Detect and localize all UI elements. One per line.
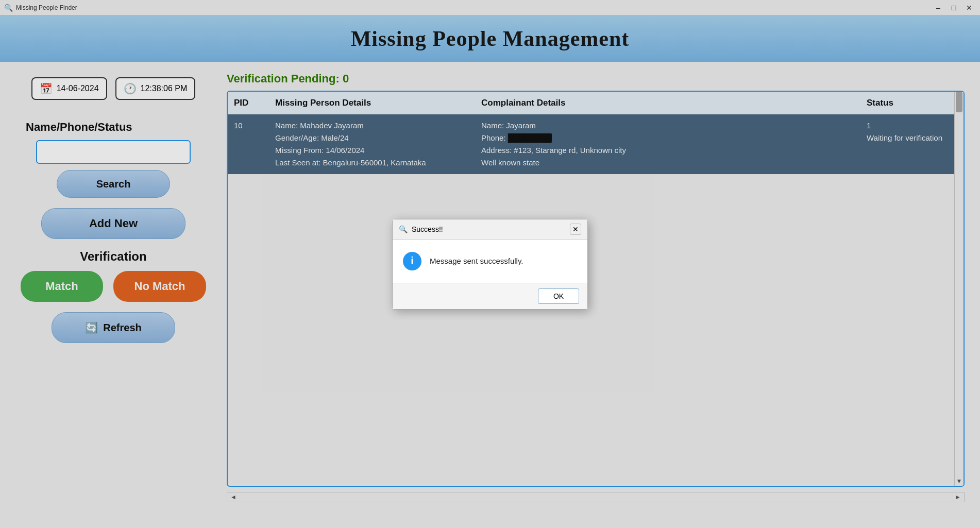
dialog-message: Message sent successfully. [430,257,523,265]
dialog-body: i Message sent successfully. [393,240,587,283]
dialog-close-button[interactable]: ✕ [570,224,581,235]
success-dialog: 🔍 Success!! ✕ i Message sent successfull… [392,219,588,310]
ok-button[interactable]: OK [538,288,579,304]
dialog-overlay: 🔍 Success!! ✕ i Message sent successfull… [0,0,980,528]
dialog-app-icon: 🔍 [399,225,408,233]
dialog-title: Success!! [412,225,443,233]
info-icon: i [403,252,421,270]
dialog-footer: OK [393,283,587,309]
dialog-titlebar: 🔍 Success!! ✕ [393,219,587,240]
dialog-titlebar-left: 🔍 Success!! [399,225,443,233]
